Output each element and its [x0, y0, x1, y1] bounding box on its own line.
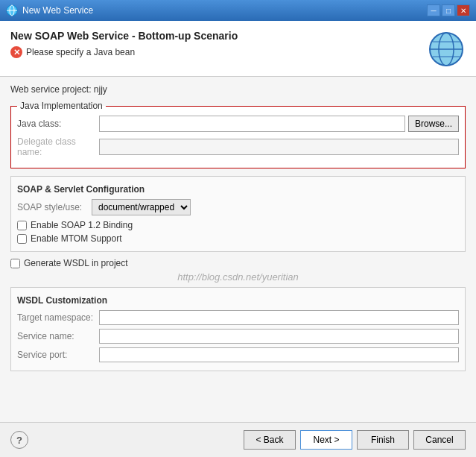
browse-button[interactable]: Browse... — [408, 116, 459, 132]
window-controls: ─ □ ✕ — [427, 4, 470, 16]
mtom-label[interactable]: Enable MTOM Support — [31, 233, 122, 244]
soap-section-title: SOAP & Servlet Configuration — [17, 184, 459, 195]
mtom-row: Enable MTOM Support — [17, 233, 459, 244]
wsdl-customization-section: WSDL Customization Target namespace: Ser… — [10, 287, 466, 371]
service-name-input[interactable] — [99, 329, 459, 344]
service-name-row: Service name: — [17, 329, 459, 344]
soap-config-section: SOAP & Servlet Configuration SOAP style/… — [10, 176, 466, 252]
delegate-class-row: Delegate class name: — [17, 136, 459, 157]
dialog: New SOAP Web Service - Bottom-up Scenari… — [0, 21, 476, 457]
nav-buttons: < Back Next > Finish Cancel — [244, 430, 466, 450]
java-implementation-section: Java Implementation Java class: Browse..… — [10, 101, 466, 168]
subtitle-text: Please specify a Java bean — [26, 47, 135, 57]
finish-button[interactable]: Finish — [357, 430, 409, 450]
soap-style-label: SOAP style/use: — [17, 202, 92, 212]
wsdl-section-title: WSDL Customization — [17, 295, 459, 306]
generate-wsdl-checkbox[interactable] — [10, 259, 20, 268]
dialog-title: New SOAP Web Service - Bottom-up Scenari… — [10, 30, 238, 42]
generate-wsdl-label[interactable]: Generate WSDL in project — [24, 258, 128, 268]
java-class-label: Java class: — [17, 119, 99, 129]
maximize-button[interactable]: □ — [442, 4, 455, 16]
service-port-input[interactable] — [99, 347, 459, 362]
back-button[interactable]: < Back — [244, 430, 296, 450]
header-text: New SOAP Web Service - Bottom-up Scenari… — [10, 30, 238, 58]
mtom-checkbox[interactable] — [17, 234, 27, 244]
java-class-input[interactable] — [99, 116, 405, 132]
error-icon: ✕ — [10, 46, 22, 58]
project-label: Web service project: njjy — [10, 84, 466, 95]
close-button[interactable]: ✕ — [457, 4, 470, 16]
dialog-body: Web service project: njjy Java Implement… — [0, 77, 476, 422]
app-icon — [6, 4, 18, 16]
dialog-subtitle: ✕ Please specify a Java bean — [10, 46, 238, 58]
delegate-class-label: Delegate class name: — [17, 136, 99, 157]
service-port-row: Service port: — [17, 347, 459, 362]
service-name-label: Service name: — [17, 331, 99, 341]
next-button[interactable]: Next > — [300, 430, 352, 450]
globe-icon — [427, 30, 466, 69]
title-bar: New Web Service ─ □ ✕ — [0, 0, 476, 21]
soap-style-row: SOAP style/use: document/wrapped documen… — [17, 199, 459, 215]
dialog-footer: ? < Back Next > Finish Cancel — [0, 422, 476, 457]
service-port-label: Service port: — [17, 350, 99, 360]
target-namespace-row: Target namespace: — [17, 310, 459, 325]
soap12-label[interactable]: Enable SOAP 1.2 Binding — [31, 220, 133, 230]
soap12-checkbox[interactable] — [17, 221, 27, 230]
cancel-button[interactable]: Cancel — [413, 430, 466, 450]
java-class-row: Java class: Browse... — [17, 116, 459, 132]
target-namespace-input[interactable] — [99, 310, 459, 325]
delegate-class-input[interactable] — [99, 139, 459, 155]
window-title: New Web Service — [22, 5, 93, 16]
generate-wsdl-row: Generate WSDL in project — [10, 258, 466, 268]
java-impl-legend: Java Implementation — [17, 101, 106, 111]
watermark-text: http://blog.csdn.net/yueritian — [10, 271, 466, 283]
soap12-row: Enable SOAP 1.2 Binding — [17, 220, 459, 230]
minimize-button[interactable]: ─ — [427, 4, 440, 16]
help-button[interactable]: ? — [10, 431, 28, 449]
soap-style-select[interactable]: document/wrapped document/literal rpc/li… — [92, 199, 191, 215]
dialog-header: New SOAP Web Service - Bottom-up Scenari… — [0, 21, 476, 77]
target-namespace-label: Target namespace: — [17, 312, 99, 323]
